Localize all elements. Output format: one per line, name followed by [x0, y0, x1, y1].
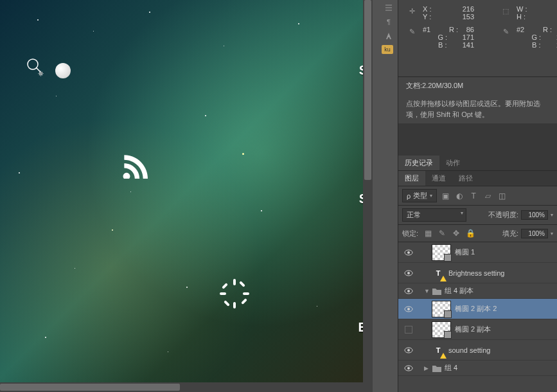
svg-rect-7 — [224, 300, 230, 307]
h-label: H : — [517, 13, 526, 21]
visibility-toggle[interactable] — [401, 306, 416, 312]
filter-shape-icon[interactable]: ▱ — [482, 190, 493, 202]
layer-name[interactable]: 椭圆 1 — [455, 247, 475, 257]
svg-rect-5 — [241, 298, 247, 305]
layer-thumbnail[interactable] — [432, 301, 451, 317]
text-layer-icon: T — [432, 267, 445, 280]
layer-filter-row: ρ类型 ▣ ◐ T ▱ ◫ — [398, 186, 557, 206]
layer-thumbnail[interactable] — [432, 244, 451, 261]
layer-group-row[interactable]: ▼ 组 4 副本 — [398, 283, 557, 299]
lock-pixels-icon[interactable]: ✎ — [436, 227, 448, 239]
scrollbar-thumb[interactable] — [0, 384, 180, 391]
svg-rect-0 — [233, 279, 236, 285]
visibility-toggle[interactable] — [401, 365, 416, 371]
sampler2-label: #2 — [517, 26, 524, 33]
folder-icon — [432, 287, 442, 296]
layer-row[interactable]: T sound setting — [398, 340, 557, 361]
rss-icon — [119, 150, 148, 179]
opacity-input[interactable]: 100% — [521, 210, 548, 220]
filter-adjust-icon[interactable]: ◐ — [454, 190, 465, 202]
tab-actions[interactable]: 动作 — [439, 156, 466, 170]
opacity-label: 不透明度: — [488, 210, 518, 220]
tab-layers[interactable]: 图层 — [398, 171, 425, 186]
eyedropper-icon: ✎ — [500, 26, 511, 37]
y-label: Y : — [423, 13, 431, 21]
tool-hint: 点按并拖移以移动图层或选区。要用附加选项，使用 Shift 和 Opt 键。 — [398, 94, 557, 123]
fill-label: 填充: — [502, 229, 518, 238]
sampler1-label: #1 — [423, 26, 430, 33]
svg-point-13 — [407, 272, 410, 274]
canvas-viewport[interactable]: S S B — [0, 0, 373, 382]
info-panel: ✛ X :216 Y :153 ⬚ W : H : ✎ #1 R :86 G :… — [398, 0, 557, 77]
document-size: 文档:2.20M/30.0M — [398, 77, 557, 94]
svg-point-15 — [407, 290, 410, 292]
right-panels: ✛ X :216 Y :153 ⬚ W : H : ✎ #1 R :86 G :… — [398, 0, 557, 392]
visibility-toggle[interactable] — [401, 249, 416, 256]
visibility-toggle[interactable] — [401, 326, 416, 334]
expand-arrow-icon[interactable]: ▶ — [424, 365, 432, 371]
visibility-toggle[interactable] — [401, 270, 416, 276]
x-value: 216 — [463, 5, 474, 13]
loading-spinner-icon — [218, 278, 251, 310]
svg-rect-4 — [222, 283, 228, 289]
text-layer-icon: T — [432, 344, 445, 357]
layer-name[interactable]: sound setting — [448, 346, 490, 354]
filter-type-icon[interactable]: T — [468, 190, 479, 202]
expand-arrow-icon[interactable]: ▼ — [424, 288, 432, 294]
tab-paths[interactable]: 路径 — [452, 171, 479, 186]
svg-point-11 — [407, 251, 410, 254]
svg-rect-6 — [239, 281, 245, 287]
w-label: W : — [517, 5, 527, 13]
layer-row[interactable]: 椭圆 2 副本 2 — [398, 299, 557, 319]
layer-name[interactable]: 组 4 副本 — [445, 286, 473, 296]
filter-kind-dropdown[interactable]: ρ类型 — [402, 189, 437, 202]
layer-group-row[interactable]: ▶ 组 4 — [398, 361, 557, 376]
folder-icon — [432, 364, 442, 373]
y-value: 153 — [463, 13, 474, 21]
visibility-toggle[interactable] — [401, 288, 416, 294]
layer-thumbnail[interactable] — [432, 321, 451, 338]
paragraph-icon[interactable]: ¶ — [380, 15, 397, 28]
svg-rect-3 — [243, 292, 249, 295]
svg-rect-2 — [220, 292, 226, 295]
blend-mode-dropdown[interactable]: 正常 — [402, 208, 466, 222]
svg-point-19 — [407, 349, 410, 352]
lock-transparency-icon[interactable]: ▦ — [422, 227, 434, 239]
canvas-scrollbar-vertical[interactable] — [363, 0, 373, 382]
dimensions-icon: ⬚ — [500, 5, 511, 17]
collapsed-tool-strip: ¶ ku — [379, 0, 398, 392]
svg-point-21 — [407, 367, 410, 370]
kuler-icon[interactable]: ku — [382, 45, 393, 54]
layer-row[interactable]: 椭圆 1 — [398, 242, 557, 263]
filter-smart-icon[interactable]: ◫ — [496, 190, 508, 202]
crosshair-icon: ✛ — [406, 5, 418, 17]
scrollbar-thumb[interactable] — [364, 0, 371, 180]
stars-decoration — [0, 0, 373, 382]
tab-history[interactable]: 历史记录 — [398, 156, 439, 170]
layer-row[interactable]: T Brightness setting — [398, 263, 557, 283]
canvas-scrollbar-horizontal[interactable] — [0, 382, 373, 392]
eyedropper-icon: ✎ — [406, 26, 418, 37]
x-label: X : — [423, 5, 431, 13]
layer-name[interactable]: 椭圆 2 副本 2 — [455, 304, 497, 314]
lock-label: 锁定: — [402, 229, 418, 238]
layers-tabs: 图层 通道 路径 — [398, 171, 557, 186]
tab-channels[interactable]: 通道 — [425, 171, 452, 186]
s1-g: 171 — [463, 33, 474, 41]
layer-name[interactable]: 组 4 — [445, 363, 457, 373]
character-icon[interactable] — [380, 30, 397, 42]
fill-input[interactable]: 100% — [521, 229, 548, 238]
lock-all-icon[interactable]: 🔒 — [464, 227, 476, 239]
layer-row[interactable]: 椭圆 2 副本 — [398, 319, 557, 340]
layer-name[interactable]: Brightness setting — [448, 269, 504, 277]
history-tabs: 历史记录 动作 — [398, 156, 557, 171]
panel-toggle-icon[interactable] — [380, 1, 397, 14]
s1-r: 86 — [466, 26, 474, 33]
lock-position-icon[interactable]: ✥ — [450, 227, 462, 239]
filter-image-icon[interactable]: ▣ — [439, 190, 451, 202]
layers-list: 椭圆 1 T Brightness setting ▼ 组 4 副本 椭圆 2 … — [398, 242, 557, 376]
layer-name[interactable]: 椭圆 2 副本 — [455, 325, 491, 334]
svg-point-17 — [407, 308, 410, 310]
visibility-toggle[interactable] — [401, 347, 416, 353]
s1-b: 141 — [463, 41, 474, 49]
